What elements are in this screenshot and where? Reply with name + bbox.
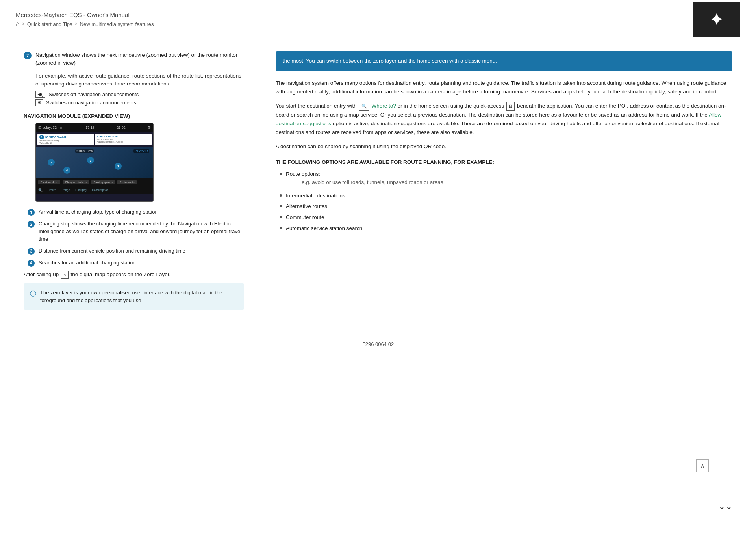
card-1-title: IONITY GmbH xyxy=(45,136,66,139)
list-item-route-options: Route options: e.g. avoid or use toll ro… xyxy=(280,170,732,189)
nav-search-icon[interactable]: 🔍 xyxy=(38,188,43,192)
bullet-dot-1 xyxy=(280,173,282,175)
speaker-on-icon: ✱ xyxy=(37,100,41,105)
nav-tab-range[interactable]: Range xyxy=(59,188,72,192)
speaker-mute-icon: ◀)) xyxy=(37,92,43,97)
nav-btn-prev-dest[interactable]: Previous dest. xyxy=(38,180,60,184)
nav-card-2: IONITY GmbH 34125 StandortAasblauhenholz… xyxy=(95,134,152,145)
legend-item-4: 4 Searches for an additional charging st… xyxy=(28,259,244,267)
item-7-circle: 7 xyxy=(24,52,32,59)
search-icon-inline: 🔍 xyxy=(359,102,369,110)
list-item-alternative-text: Alternative routes xyxy=(286,202,327,211)
mute-label: Switches off navigation announcements xyxy=(48,91,139,97)
list-item-commuter: Commuter route xyxy=(280,213,732,222)
route-options-list: Route options: e.g. avoid or use toll ro… xyxy=(280,170,732,233)
unmute-icon-box: ✱ xyxy=(35,99,43,106)
bullet-dot-3 xyxy=(280,205,282,207)
nav-circle-2: 2 xyxy=(87,157,94,164)
route-options-heading: THE FOLLOWING OPTIONS ARE AVAILABLE FOR … xyxy=(276,159,732,165)
info-box: ⓘ The zero layer is your own personalise… xyxy=(24,283,244,310)
nav-arrival-info: PT 22:21 ↑ xyxy=(133,149,149,153)
legend-num-4: 4 xyxy=(28,260,35,267)
legend-text-4: Searches for an additional charging stat… xyxy=(39,259,135,267)
nav-bottom-tabs: Route Range Charging Consumption xyxy=(45,187,151,193)
unmute-label: Switches on navigation announcements xyxy=(46,100,136,106)
breadcrumb-sep-1: > xyxy=(22,21,25,27)
legend-text-3: Distance from current vehicle position a… xyxy=(39,247,185,255)
nav-btn-restaurants[interactable]: Restaurants xyxy=(117,180,137,184)
footer: F296 0064 02 xyxy=(0,333,756,355)
scroll-down-area: ⌄⌄ xyxy=(718,501,732,511)
legend-num-3: 3 xyxy=(28,248,35,255)
para-2-start: You start the destination entry with xyxy=(276,103,357,109)
nav-circle-1: 1 xyxy=(48,159,55,166)
right-column: the most. You can switch between the zer… xyxy=(268,51,732,310)
legend-item-2: 2 Charging stop shows the charging time … xyxy=(28,220,244,243)
mute-icon-box: ◀)) xyxy=(35,91,45,98)
home-icon[interactable]: ⌂ xyxy=(16,20,20,28)
where-to-link[interactable]: Where to? xyxy=(371,103,396,109)
nav-top-icon: ⊡ delay: 32 min xyxy=(38,126,63,130)
legend-num-1: 1 xyxy=(28,209,35,216)
card-2-title: IONITY GmbH xyxy=(97,135,118,138)
nav-cards-area: 1 IONITY GmbH 34356 StaufenbergTalstraße… xyxy=(36,132,153,147)
main-content: 7 Navigation window shows the next manoe… xyxy=(0,35,756,333)
after-text-end: the digital map appears on the Zero Laye… xyxy=(71,271,171,277)
nav-tab-consumption[interactable]: Consumption xyxy=(90,188,111,192)
nav-time-2: 21:02 xyxy=(117,126,126,130)
list-item-intermediate-text: Intermediate destinations xyxy=(286,191,345,200)
legend-num-2: 2 xyxy=(28,221,35,228)
nav-circle-3: 3 xyxy=(115,163,122,170)
legend-item-3: 3 Distance from current vehicle position… xyxy=(28,247,244,255)
left-column: 7 Navigation window shows the next manoe… xyxy=(24,51,268,310)
list-item-alternative: Alternative routes xyxy=(280,202,732,211)
nav-route-line xyxy=(44,163,122,163)
after-text-start: After calling up xyxy=(24,271,59,277)
list-item-intermediate: Intermediate destinations xyxy=(280,191,732,200)
para-2-rest: option is active, destination suggestion… xyxy=(276,121,719,135)
manual-title: Mercedes-Maybach EQS - Owner's Manual xyxy=(16,11,154,18)
card-1-num: 1 xyxy=(39,135,44,139)
mercedes-star-icon: ✦ xyxy=(709,10,724,29)
highlight-box: the most. You can switch between the zer… xyxy=(276,51,732,71)
nav-btn-parking[interactable]: Parking spaces xyxy=(91,180,115,184)
scroll-up-button[interactable]: ∧ xyxy=(696,459,709,472)
card-1-addr: 34356 StaufenbergTalstraße 11 xyxy=(39,139,92,144)
card-2-addr: 34125 StandortAasblauhenholz 1 Gsobe xyxy=(97,138,150,143)
nav-btn-charging[interactable]: Charging stations xyxy=(63,180,89,184)
nav-screenshot: ⊡ delay: 32 min 17:18 21:02 ⚙ 1 IONITY G… xyxy=(35,123,154,202)
breadcrumb-sep-2: > xyxy=(75,21,78,27)
bullet-dot-2 xyxy=(280,194,282,197)
info-box-text: The zero layer is your own personalised … xyxy=(40,289,238,304)
nav-search-bar: 🔍 Route Range Charging Consumption xyxy=(36,186,153,194)
legend-item-1: 1 Arrival time at charging stop, type of… xyxy=(28,208,244,216)
nav-tab-route[interactable]: Route xyxy=(46,188,59,192)
list-item-route-options-text: Route options: xyxy=(286,171,320,177)
nav-settings-icon: ⚙ xyxy=(148,126,151,130)
legend-text-2: Charging stop shows the charging time re… xyxy=(39,220,244,243)
icon-row-unmute: ✱ Switches on navigation announcements xyxy=(35,99,244,106)
breadcrumb-item-2[interactable]: New multimedia system features xyxy=(80,21,154,27)
info-icon: ⓘ xyxy=(30,289,36,304)
nav-tab-charging[interactable]: Charging xyxy=(73,188,89,192)
para-2: You start the destination entry with 🔍 W… xyxy=(276,102,732,137)
quick-access-icon: ⊡ xyxy=(506,102,515,110)
nav-time-1: 17:18 xyxy=(85,126,94,130)
logo-background: ✦ xyxy=(693,2,740,37)
map-icon-inline: ⌂ xyxy=(61,271,69,279)
legend-text-1: Arrival time at charging stop, type of c… xyxy=(39,208,158,216)
list-item-service-station: Automatic service station search xyxy=(280,224,732,233)
header-right: ✦ xyxy=(693,2,740,37)
breadcrumb: ⌂ > Quick start and Tips > New multimedi… xyxy=(16,20,154,28)
after-text: After calling up ⌂ the digital map appea… xyxy=(24,271,244,279)
para-2-mid: or in the home screen using the quick-ac… xyxy=(397,103,504,109)
nav-module-heading: NAVIGATION MODULE (EXPANDED VIEW) xyxy=(24,113,244,119)
header: Mercedes-Maybach EQS - Owner's Manual ⌂ … xyxy=(0,0,756,35)
nav-route-info: 29 min · 82% xyxy=(75,149,94,153)
para-1: The navigation system offers many option… xyxy=(276,79,732,97)
list-item-service-station-text: Automatic service station search xyxy=(286,224,362,233)
breadcrumb-item-1[interactable]: Quick start and Tips xyxy=(27,21,72,27)
footer-code: F296 0064 02 xyxy=(362,341,394,347)
header-left: Mercedes-Maybach EQS - Owner's Manual ⌂ … xyxy=(16,11,154,28)
nav-map-area: 1 2 3 4 29 min · 82% PT 22:21 ↑ xyxy=(36,147,153,178)
